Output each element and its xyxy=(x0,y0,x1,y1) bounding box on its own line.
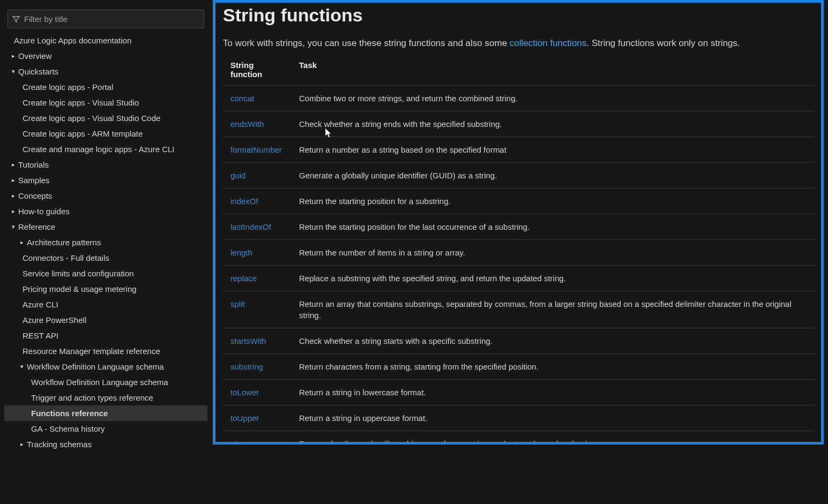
nav-root[interactable]: Azure Logic Apps documentation xyxy=(4,33,207,48)
nav-ref-item[interactable]: Azure CLI xyxy=(4,297,207,312)
collection-functions-link[interactable]: collection functions xyxy=(510,38,587,48)
chevron-right-icon: ▸ xyxy=(10,161,17,168)
nav-label: Functions reference xyxy=(31,409,108,418)
function-link[interactable]: indexOf xyxy=(230,197,258,206)
nav-label: Workflow Definition Language schema xyxy=(31,378,168,387)
nav-label: Tracking schemas xyxy=(27,440,92,449)
nav-ref-item[interactable]: Azure PowerShell xyxy=(4,312,207,328)
nav-overview[interactable]: ▸ Overview xyxy=(4,48,207,64)
nav-label: Overview xyxy=(18,51,52,61)
function-link[interactable]: concat xyxy=(230,94,254,103)
function-link[interactable]: replace xyxy=(230,274,257,283)
table-row: endsWithCheck whether a string ends with… xyxy=(223,111,815,137)
nav-label: Azure PowerShell xyxy=(23,315,86,325)
function-link[interactable]: trim xyxy=(230,439,244,445)
nav-howto[interactable]: ▸ How-to guides xyxy=(4,204,207,219)
nav-ref-item[interactable]: Service limits and configuration xyxy=(4,266,207,281)
nav-architecture[interactable]: ▸ Architecture patterns xyxy=(4,235,207,250)
filter-box[interactable] xyxy=(8,10,204,28)
function-name-cell: startsWith xyxy=(223,328,292,353)
table-row: lastIndexOfReturn the starting position … xyxy=(223,214,815,239)
nav-tutorials[interactable]: ▸ Tutorials xyxy=(4,157,207,172)
filter-input[interactable] xyxy=(24,14,199,24)
nav-label: Create logic apps - Visual Studio Code xyxy=(23,114,160,123)
function-task-cell: Return a string in uppercase format. xyxy=(292,405,815,431)
nav-label: Workflow Definition Language schema xyxy=(27,362,164,371)
table-header-task: Task xyxy=(292,57,815,86)
function-task-cell: Return an array that contains substrings… xyxy=(292,291,815,328)
nav-label: Resource Manager template reference xyxy=(23,347,160,356)
function-task-cell: Return the starting position for a subst… xyxy=(292,188,815,214)
chevron-right-icon: ▸ xyxy=(18,239,26,246)
function-task-cell: Return the starting position for the las… xyxy=(292,214,815,239)
highlighted-section: String functions To work with strings, y… xyxy=(213,0,824,445)
nav-quickstarts-item[interactable]: Create logic apps - Visual Studio Code xyxy=(4,110,207,126)
function-task-cell: Replace a substring with the specified s… xyxy=(292,265,815,291)
chevron-right-icon: ▸ xyxy=(18,441,26,448)
function-link[interactable]: formatNumber xyxy=(230,145,282,154)
nav-quickstarts-item[interactable]: Create logic apps - Portal xyxy=(4,79,207,95)
function-name-cell: toUpper xyxy=(223,405,292,431)
function-name-cell: guid xyxy=(223,162,292,188)
nav-tracking[interactable]: ▸ Tracking schemas xyxy=(4,437,207,452)
table-row: concatCombine two or more strings, and r… xyxy=(223,85,815,111)
table-row: startsWithCheck whether a string starts … xyxy=(223,328,815,353)
nav-label: Pricing model & usage metering xyxy=(23,284,137,294)
intro-text: To work with strings, you can use these … xyxy=(223,38,510,48)
nav-wdls-item-active[interactable]: Functions reference xyxy=(4,405,207,421)
nav-label: REST API xyxy=(23,331,58,340)
nav-samples[interactable]: ▸ Samples xyxy=(4,172,207,188)
chevron-right-icon: ▸ xyxy=(10,208,17,215)
function-link[interactable]: toLower xyxy=(230,388,259,397)
function-link[interactable]: split xyxy=(230,299,245,309)
nav-ref-item[interactable]: Resource Manager template reference xyxy=(4,343,207,359)
nav-label: Samples xyxy=(18,176,49,185)
table-row: trimRemove leading and trailing whitespa… xyxy=(223,431,815,445)
function-task-cell: Check whether a string starts with a spe… xyxy=(292,328,815,353)
table-row: splitReturn an array that contains subst… xyxy=(223,291,815,328)
nav-wdls-item[interactable]: Trigger and action types reference xyxy=(4,390,207,405)
nav-quickstarts-item[interactable]: Create logic apps - Visual Studio xyxy=(4,95,207,110)
intro-text: . String functions work only on strings. xyxy=(586,38,740,48)
nav-label: Reference xyxy=(18,222,55,231)
nav-ref-item[interactable]: REST API xyxy=(4,328,207,343)
nav-quickstarts[interactable]: ▾ Quickstarts xyxy=(4,64,207,79)
nav-reference[interactable]: ▾ Reference xyxy=(4,219,207,235)
nav-wdls-item[interactable]: GA - Schema history xyxy=(4,421,207,437)
function-name-cell: formatNumber xyxy=(223,137,292,162)
function-task-cell: Generate a globally unique identifier (G… xyxy=(292,162,815,188)
nav-ref-item[interactable]: Pricing model & usage metering xyxy=(4,281,207,297)
nav-concepts[interactable]: ▸ Concepts xyxy=(4,188,207,204)
nav-quickstarts-item[interactable]: Create and manage logic apps - Azure CLI xyxy=(4,141,207,157)
function-link[interactable]: substring xyxy=(230,362,263,371)
function-name-cell: trim xyxy=(223,431,292,445)
chevron-right-icon: ▸ xyxy=(10,192,17,199)
chevron-down-icon: ▾ xyxy=(18,363,26,370)
function-task-cell: Check whether a string ends with the spe… xyxy=(292,111,815,137)
function-name-cell: lastIndexOf xyxy=(223,214,292,239)
functions-table: String function Task concatCombine two o… xyxy=(223,57,815,445)
nav-wdls-item[interactable]: Workflow Definition Language schema xyxy=(4,374,207,390)
function-link[interactable]: startsWith xyxy=(230,336,266,345)
function-link[interactable]: lastIndexOf xyxy=(230,222,271,231)
nav-label: Tutorials xyxy=(18,160,49,169)
function-link[interactable]: toUpper xyxy=(230,413,259,423)
nav-label: Create logic apps - ARM template xyxy=(23,129,143,138)
function-task-cell: Combine two or more strings, and return … xyxy=(292,85,815,111)
function-link[interactable]: guid xyxy=(230,171,245,180)
nav-ref-item[interactable]: Connectors - Full details xyxy=(4,250,207,266)
nav-label: Service limits and configuration xyxy=(23,269,134,278)
nav-quickstarts-item[interactable]: Create logic apps - ARM template xyxy=(4,126,207,141)
table-row: replaceReplace a substring with the spec… xyxy=(223,265,815,291)
function-name-cell: replace xyxy=(223,265,292,291)
nav-label: Trigger and action types reference xyxy=(31,393,153,402)
function-link[interactable]: endsWith xyxy=(230,119,264,129)
table-row: toLowerReturn a string in lowercase form… xyxy=(223,379,815,405)
nav-wdls[interactable]: ▾ Workflow Definition Language schema xyxy=(4,359,207,374)
function-name-cell: concat xyxy=(223,85,292,111)
nav-label: Azure CLI xyxy=(23,300,58,309)
function-link[interactable]: length xyxy=(230,248,252,257)
chevron-right-icon: ▸ xyxy=(10,52,17,59)
function-task-cell: Remove leading and trailing whitespace f… xyxy=(292,431,815,445)
filter-icon xyxy=(12,16,20,23)
